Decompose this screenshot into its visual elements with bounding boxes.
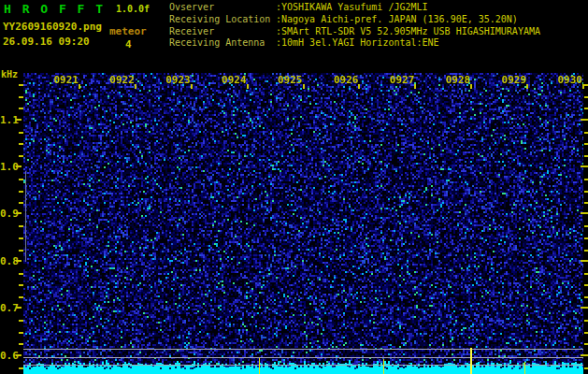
freq-axis-unit-label: kHz [1,69,18,79]
freq-minor-tick-right [584,108,588,109]
freq-minor-tick [19,273,23,275]
echo-count: 4 [125,38,132,50]
time-tick [582,84,584,89]
freq-major-tick [16,119,22,121]
freq-minor-tick [19,343,23,345]
freq-minor-tick [19,84,23,86]
level-grid-line [23,357,583,358]
freq-minor-tick [19,143,23,145]
station-info-row: Ovserver:YOSHIKAWA Yasufumi /JG2MLI [169,2,540,14]
freq-minor-tick [19,202,23,204]
time-tick [303,84,305,89]
freq-minor-tick-right [584,191,588,193]
time-tick [135,84,136,89]
time-tick [358,84,360,89]
time-tick [526,84,528,89]
time-tick-label: 0928 [446,74,471,86]
time-tick [79,84,80,89]
freq-minor-tick [19,320,23,322]
station-info-value: :Nagoya Aichi-pref. JAPAN (136.90E, 35.2… [276,14,518,24]
freq-minor-tick [19,367,23,369]
freq-minor-tick-right [584,143,588,145]
freq-major-tick-right [581,260,588,262]
time-tick [414,84,416,89]
time-tick [247,84,249,89]
freq-minor-tick-right [584,367,588,369]
station-info-label: Receiving Antenna [169,37,276,50]
time-tick-label: 0927 [390,74,415,86]
freq-minor-tick [19,250,23,252]
freq-minor-tick [19,332,23,334]
freq-tick-label: 1.0 [0,161,15,173]
time-tick-label: 0925 [278,74,303,86]
meteor-echo-marker [383,359,384,374]
freq-tick-label: 0.6 [0,350,15,362]
freq-tick-label: 0.9 [0,208,15,220]
freq-minor-tick-right [584,250,588,252]
spectrogram-canvas [23,73,583,374]
station-info-label: Receiving Location [169,14,276,26]
output-filename: YY2609160920.png [3,21,102,33]
meteor-echo-marker [524,362,525,374]
freq-minor-tick-right [584,332,588,334]
freq-minor-tick-right [584,202,588,204]
freq-minor-tick [19,132,23,134]
meteor-echo-marker [259,358,260,374]
freq-tick-label: 0.8 [0,255,15,267]
freq-minor-tick [19,296,23,298]
freq-minor-tick-right [584,284,588,286]
freq-major-tick-right [581,119,588,121]
freq-minor-tick [19,191,23,193]
freq-minor-tick-right [584,237,588,239]
time-tick-label: 0923 [165,74,191,86]
freq-minor-tick-right [584,343,588,345]
freq-minor-tick-right [584,273,588,275]
time-tick [191,84,193,89]
time-tick-label: 0926 [334,74,359,86]
freq-minor-tick-right [584,96,588,98]
freq-minor-tick [19,155,23,157]
freq-minor-tick [19,225,23,227]
meteor-echo-marker [470,348,472,374]
freq-tick-label: 0.7 [0,302,15,314]
hrofft-window: H R O F F T 1.0.0f YY2609160920.png mete… [0,0,588,374]
time-tick [470,84,472,89]
freq-minor-tick-right [584,296,588,298]
freq-major-tick-right [581,165,588,167]
freq-major-tick-right [581,307,588,309]
station-info-value: :YOSHIKAWA Yasufumi /JG2MLI [276,2,428,12]
station-info-row: Receiver:SMArt RTL-SDR V5 52.905MHz USB … [169,26,540,38]
freq-minor-tick-right [584,132,588,134]
station-info-row: Receiving Location:Nagoya Aichi-pref. JA… [169,14,540,26]
freq-minor-tick-right [584,84,588,86]
station-info-value: :SMArt RTL-SDR V5 52.905MHz USB HIGASHIM… [276,26,540,36]
freq-major-tick-right [581,212,588,214]
observation-datetime: 26.09.16 09:20 [3,36,90,48]
freq-major-tick [16,165,22,167]
mode-label: meteor [109,25,147,37]
freq-minor-tick [19,237,23,239]
level-grid-line [23,365,583,366]
station-info-label: Receiver [169,26,276,38]
freq-major-tick [16,212,22,214]
freq-major-tick [16,260,22,262]
station-info-value: :10mH 3el.YAGI Horizontal:ENE [276,37,439,48]
time-tick-label: 0921 [53,74,79,86]
station-info-table: Ovserver:YOSHIKAWA Yasufumi /JG2MLIRecei… [169,2,540,50]
time-tick-label: 0930 [558,74,583,86]
time-tick-label: 0924 [222,74,247,86]
app-title: H R O F F T [4,2,105,16]
freq-minor-tick-right [584,225,588,227]
freq-minor-tick-right [584,320,588,322]
station-info-label: Ovserver [169,2,276,14]
freq-minor-tick-right [584,179,588,180]
app-version: 1.0.0f [116,4,150,14]
freq-minor-tick [19,284,23,286]
freq-minor-tick [19,179,23,180]
freq-major-tick-right [581,354,588,356]
time-tick-label: 0929 [502,74,527,86]
freq-minor-tick [19,108,23,109]
freq-major-tick [16,307,22,309]
level-grid-line [23,349,583,350]
freq-minor-tick-right [584,155,588,157]
